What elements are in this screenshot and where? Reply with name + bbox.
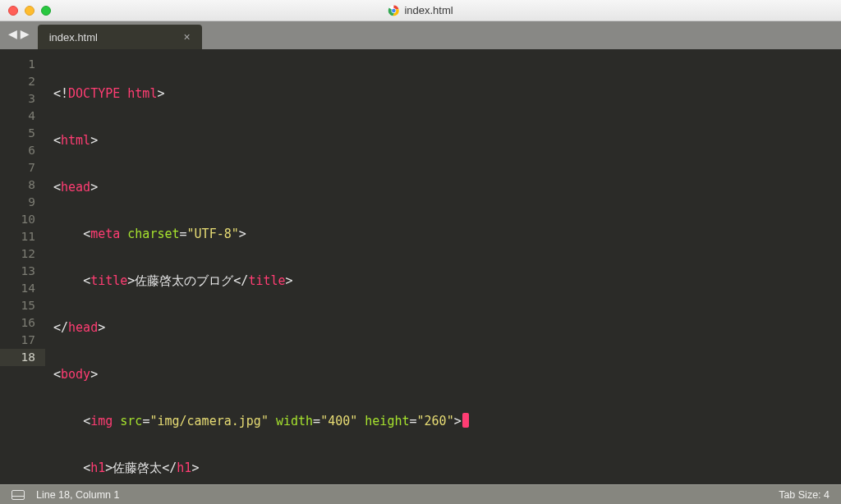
line-number: 8	[0, 176, 45, 194]
window-title: index.html	[388, 4, 453, 16]
status-tabsize[interactable]: Tab Size: 4	[779, 489, 830, 501]
nav-forward-icon[interactable]: ▶	[21, 26, 30, 41]
code-line: <img src="img/camera.jpg" width="400" he…	[45, 413, 841, 430]
line-number: 16	[0, 314, 45, 332]
code-line: <title>佐藤啓太のブログ</title>	[45, 273, 841, 290]
close-window-button[interactable]	[8, 6, 18, 16]
line-number: 1	[0, 56, 45, 73]
line-number: 18	[0, 349, 45, 366]
line-number: 14	[0, 280, 45, 297]
line-number: 6	[0, 142, 45, 159]
code-area[interactable]: <!DOCTYPE html> <html> <head> <meta char…	[45, 49, 841, 484]
line-number: 10	[0, 211, 45, 228]
zoom-window-button[interactable]	[41, 6, 51, 16]
close-tab-icon[interactable]: ×	[184, 30, 191, 44]
line-number: 3	[0, 90, 45, 108]
tab-label: index.html	[49, 31, 98, 44]
line-number: 7	[0, 159, 45, 176]
minimize-window-button[interactable]	[25, 6, 34, 16]
chrome-icon	[388, 5, 399, 16]
text-cursor	[462, 413, 469, 428]
line-number: 4	[0, 108, 45, 125]
line-number: 11	[0, 228, 45, 245]
code-line: <html>	[45, 132, 841, 149]
line-number: 5	[0, 125, 45, 142]
nav-back-icon[interactable]: ◀	[8, 26, 17, 41]
window-title-text: index.html	[404, 4, 453, 16]
line-number: 9	[0, 194, 45, 211]
code-line: </head>	[45, 319, 841, 337]
code-line: <h1>佐藤啓太</h1>	[45, 460, 841, 477]
line-number: 2	[0, 73, 45, 90]
code-line: <meta charset="UTF-8">	[45, 226, 841, 243]
macos-titlebar: index.html	[0, 0, 841, 21]
svg-point-2	[392, 8, 396, 12]
editor[interactable]: 123456789101112131415161718 <!DOCTYPE ht…	[0, 49, 841, 484]
status-position[interactable]: Line 18, Column 1	[36, 489, 119, 501]
line-number: 13	[0, 263, 45, 280]
status-bar: Line 18, Column 1 Tab Size: 4	[0, 484, 841, 504]
line-number: 12	[0, 245, 45, 263]
code-line: <body>	[45, 366, 841, 383]
code-line: <!DOCTYPE html>	[45, 85, 841, 103]
line-gutter: 123456789101112131415161718	[0, 49, 45, 484]
tab-bar: ◀ ▶ index.html ×	[0, 21, 841, 49]
traffic-lights	[8, 6, 51, 16]
panel-toggle-icon[interactable]	[11, 490, 25, 500]
line-number: 17	[0, 332, 45, 349]
code-line: <head>	[45, 179, 841, 196]
nav-arrows: ◀ ▶	[0, 21, 38, 49]
line-number: 15	[0, 297, 45, 314]
editor-tab[interactable]: index.html ×	[38, 25, 202, 49]
